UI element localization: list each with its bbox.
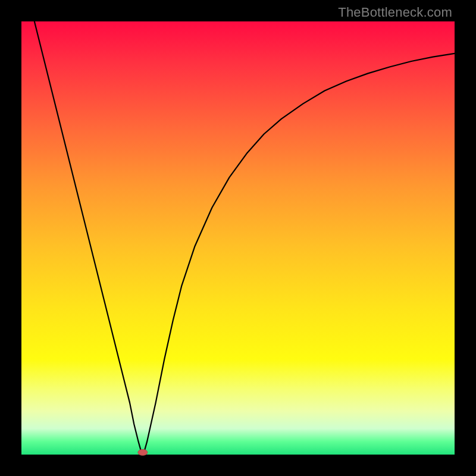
plot-area: [21, 21, 455, 455]
chart-frame: TheBottleneck.com: [0, 0, 476, 476]
bottleneck-curve: [35, 21, 455, 452]
curve-layer: [21, 21, 455, 455]
watermark-text: TheBottleneck.com: [338, 5, 452, 20]
min-marker: [138, 449, 148, 455]
